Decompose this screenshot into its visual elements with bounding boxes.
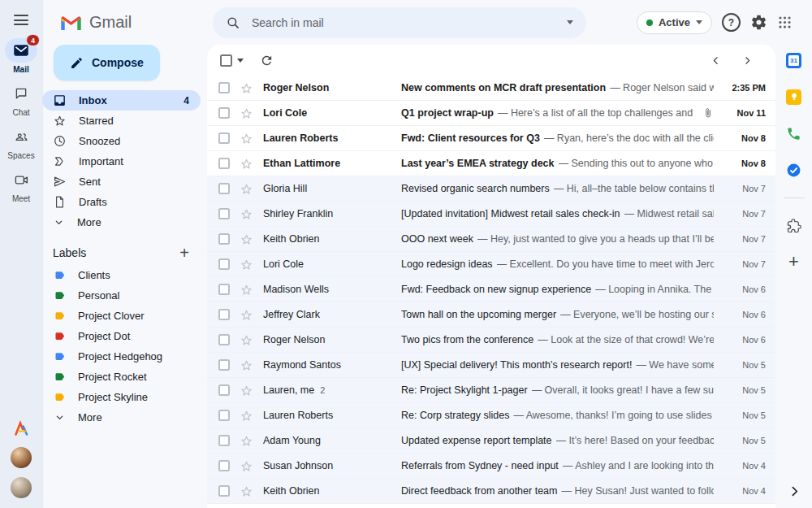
contact-avatar[interactable]: [11, 477, 32, 498]
extension-puzzle-icon[interactable]: [785, 217, 803, 235]
sidebar-label-item[interactable]: Project Clover: [42, 306, 201, 326]
row-checkbox[interactable]: [218, 82, 230, 93]
sidebar-item-inbox[interactable]: Inbox 4: [42, 90, 201, 111]
star-toggle-icon[interactable]: [240, 157, 253, 171]
row-checkbox[interactable]: [218, 208, 230, 219]
row-checkbox[interactable]: [218, 359, 230, 371]
email-row[interactable]: Raymond Santos [UX] Special delivery! Th…: [207, 353, 775, 378]
email-row[interactable]: Ethan Lattimore Last year’s EMEA strateg…: [207, 151, 775, 176]
star-toggle-icon[interactable]: [240, 459, 253, 473]
sidebar-label-item[interactable]: Personal: [42, 285, 201, 306]
search-input[interactable]: [250, 15, 557, 30]
row-checkbox[interactable]: [218, 258, 230, 270]
sidebar-item-drafts[interactable]: Drafts: [42, 192, 201, 212]
search-options-caret[interactable]: [567, 20, 573, 24]
refresh-icon[interactable]: [260, 54, 274, 67]
email-row[interactable]: Lauren Roberts Fwd: Client resources for…: [207, 126, 775, 151]
get-addons-icon[interactable]: +: [788, 254, 799, 270]
contact-avatar[interactable]: [11, 447, 32, 468]
email-row[interactable]: Roger Nelson Two pics from the conferenc…: [207, 328, 775, 353]
add-label-button[interactable]: +: [179, 245, 189, 260]
email-row[interactable]: Roger Nelson New comments on MCR draft p…: [207, 76, 775, 101]
email-row[interactable]: Jeffrey Clark Town hall on the upcoming …: [207, 302, 775, 328]
row-checkbox[interactable]: [218, 233, 230, 245]
gmail-logo[interactable]: Gmail: [42, 13, 206, 32]
newer-page-chevron[interactable]: [710, 55, 721, 66]
sidebar-label-item[interactable]: Project Hedgehog: [42, 346, 201, 367]
row-checkbox[interactable]: [218, 384, 230, 396]
star-toggle-icon[interactable]: [240, 258, 253, 271]
label-tag-icon: [53, 330, 66, 342]
compose-button[interactable]: Compose: [54, 45, 160, 80]
show-side-panel-chevron[interactable]: [788, 484, 801, 498]
star-toggle-icon[interactable]: [240, 308, 253, 322]
email-row[interactable]: Adam Young Updated expense report templa…: [207, 428, 775, 454]
email-date: Nov 8: [723, 158, 766, 168]
email-row[interactable]: Madison Wells Fwd: Feedback on new signu…: [207, 277, 775, 302]
google-calendar-icon[interactable]: 31: [785, 51, 803, 69]
settings-gear-icon[interactable]: [750, 14, 767, 31]
sidebar-item-starred[interactable]: Starred: [42, 111, 201, 131]
email-row[interactable]: Gloria Hill Revised organic search numbe…: [207, 176, 775, 202]
older-page-chevron[interactable]: [742, 55, 753, 66]
star-toggle-icon[interactable]: [240, 384, 253, 397]
star-toggle-icon[interactable]: [240, 182, 253, 196]
star-toggle-icon[interactable]: [240, 409, 253, 423]
status-selector[interactable]: Active: [637, 11, 712, 34]
apps-grid-icon[interactable]: [777, 15, 793, 30]
star-toggle-icon[interactable]: [240, 207, 253, 221]
star-toggle-icon[interactable]: [240, 106, 253, 120]
star-toggle-icon[interactable]: [240, 358, 253, 372]
sidebar-label-item[interactable]: Project Skyline: [42, 387, 201, 407]
row-checkbox[interactable]: [218, 107, 230, 119]
sidebar-label-item[interactable]: Clients: [42, 265, 201, 285]
email-row[interactable]: Lori Cole Logo redesign ideas — Excellen…: [207, 252, 775, 277]
help-icon[interactable]: ?: [722, 13, 741, 32]
row-checkbox[interactable]: [218, 485, 230, 497]
brand-logo-icon[interactable]: [11, 419, 31, 438]
email-row[interactable]: Shirley Franklin [Updated invitation] Mi…: [207, 202, 775, 227]
row-checkbox[interactable]: [218, 132, 230, 144]
email-row[interactable]: Keith Obrien OOO next week — Hey, just w…: [207, 227, 775, 252]
email-row[interactable]: Susan Johnson Referrals from Sydney - ne…: [207, 454, 775, 479]
row-checkbox[interactable]: [218, 435, 230, 446]
row-checkbox[interactable]: [218, 183, 230, 194]
rail-item-mail[interactable]: 4 Mail: [0, 38, 42, 74]
search-icon[interactable]: [226, 15, 240, 30]
sidebar-item-more-labels[interactable]: More: [42, 407, 201, 428]
rail-item-spaces[interactable]: Spaces: [0, 124, 42, 160]
sidebar-item-important[interactable]: Important: [42, 151, 201, 172]
google-voice-icon[interactable]: [785, 124, 803, 142]
star-toggle-icon[interactable]: [240, 283, 253, 297]
sidebar-item-more[interactable]: More: [42, 212, 201, 232]
star-toggle-icon[interactable]: [240, 434, 253, 448]
star-toggle-icon[interactable]: [240, 333, 253, 347]
sidebar-label-item[interactable]: Project Dot: [42, 326, 201, 346]
sidebar-nav: Inbox 4 Starred Snoozed Important Sent: [42, 90, 207, 232]
google-keep-icon[interactable]: [785, 88, 803, 106]
row-checkbox[interactable]: [218, 309, 230, 320]
row-checkbox[interactable]: [218, 158, 230, 169]
select-all-caret[interactable]: [232, 59, 244, 63]
star-toggle-icon[interactable]: [240, 81, 253, 95]
email-row[interactable]: Lauren, me2 Re: Project Skylight 1-pager…: [207, 378, 775, 403]
main-menu-button[interactable]: [14, 15, 28, 25]
email-row[interactable]: Lori Cole Q1 project wrap-up — Here’s a …: [207, 101, 775, 126]
row-checkbox[interactable]: [218, 334, 230, 345]
row-checkbox[interactable]: [218, 284, 230, 295]
rail-item-meet[interactable]: Meet: [0, 167, 42, 203]
star-toggle-icon[interactable]: [240, 132, 253, 145]
email-row[interactable]: Keith Obrien Direct feedback from anothe…: [207, 479, 775, 504]
star-toggle-icon[interactable]: [240, 484, 253, 498]
select-all-checkbox[interactable]: [220, 54, 232, 67]
sidebar-item-sent[interactable]: Sent: [42, 172, 201, 192]
row-checkbox[interactable]: [218, 410, 230, 421]
rail-item-chat[interactable]: Chat: [0, 81, 42, 117]
email-row[interactable]: Lauren Roberts Re: Corp strategy slides …: [207, 403, 775, 428]
sidebar-label-item[interactable]: Project Rocket: [42, 367, 201, 387]
star-toggle-icon[interactable]: [240, 232, 253, 246]
sidebar-item-snoozed[interactable]: Snoozed: [42, 131, 201, 151]
row-checkbox[interactable]: [218, 460, 230, 471]
email-date: 2:35 PM: [723, 83, 766, 93]
google-tasks-icon[interactable]: [785, 161, 803, 179]
